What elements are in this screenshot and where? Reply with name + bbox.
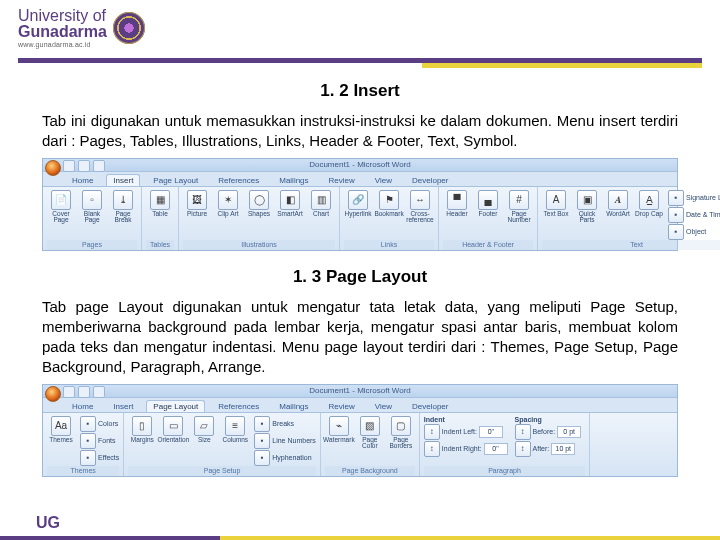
section-1-paragraph: Tab ini digunakan untuk memasukkan instr… [42,111,678,152]
orientation-icon: ▭ [163,416,183,436]
tab-mailings[interactable]: Mailings [272,400,315,412]
tab-developer[interactable]: Developer [405,400,455,412]
ribbon-small-button-hyphenation[interactable]: ▪Hyphenation [254,450,316,466]
tab-page-layout[interactable]: Page Layout [146,174,205,186]
ribbon-small-button-breaks[interactable]: ▪Breaks [254,416,316,432]
tab-review[interactable]: Review [322,400,362,412]
ribbon-button-table[interactable]: ▦Table [146,190,174,218]
ribbon-button-page-break[interactable]: ⤓Page Break [109,190,137,224]
ribbon-button-header[interactable]: ▀Header [443,190,471,218]
small-icon: ▪ [668,224,684,240]
spinner-value[interactable]: 0" [479,426,503,438]
paragraph-field[interactable]: ↕After:10 pt [515,441,582,457]
ribbon-button-page-borders[interactable]: ▢Page Borders [387,416,415,450]
spinner-value[interactable]: 10 pt [551,443,575,455]
tab-references[interactable]: References [211,174,266,186]
ribbon-group-label: Page Setup [128,466,316,476]
ribbon-button-columns[interactable]: ≡Columns [221,416,249,444]
office-button-icon[interactable] [45,386,61,402]
ribbon-groups-row: 📄Cover Page▫Blank Page⤓Page BreakPages▦T… [43,187,677,250]
ribbon-button-page-number[interactable]: #Page Number [505,190,533,224]
tab-home[interactable]: Home [65,174,100,186]
ribbon-button-label: Text Box [544,211,569,218]
ribbon-group-label: Paragraph [424,466,585,476]
paragraph-field[interactable]: ↕Before:0 pt [515,424,582,440]
ribbon-button-drop-cap[interactable]: A̲Drop Cap [635,190,663,218]
ribbon-small-button-object[interactable]: ▪Object [668,224,720,240]
ribbon-button-label: Blank Page [78,211,106,224]
ribbon-button-margins[interactable]: ▯Margins [128,416,156,444]
text-box-icon: A [546,190,566,210]
tab-page-layout[interactable]: Page Layout [146,400,205,412]
tab-view[interactable]: View [368,400,399,412]
shapes-icon: ◯ [249,190,269,210]
ribbon-button-picture[interactable]: 🖼Picture [183,190,211,218]
spinner-value[interactable]: 0 pt [557,426,581,438]
tab-insert[interactable]: Insert [106,400,140,412]
ribbon-button-label: Page Number [505,211,533,224]
bookmark-icon: ⚑ [379,190,399,210]
ribbon-small-button-signature-line[interactable]: ▪Signature Line [668,190,720,206]
word-title-bar: Document1 - Microsoft Word [43,159,677,172]
logo-line1: University of [18,7,106,24]
quick-access-toolbar[interactable] [63,160,105,172]
ribbon-button-label: Cover Page [47,211,75,224]
ribbon-button-wordart[interactable]: 𝑨WordArt [604,190,632,218]
page-color-icon: ▧ [360,416,380,436]
ribbon-group-label: Themes [47,466,119,476]
tab-home[interactable]: Home [65,400,100,412]
logo-line2: Gunadarma [18,23,107,40]
ribbon-button-bookmark[interactable]: ⚑Bookmark [375,190,403,218]
wordart-icon: 𝑨 [608,190,628,210]
ribbon-button-watermark[interactable]: ⌁Watermark [325,416,353,444]
paragraph-field[interactable]: ↕Indent Right:0" [424,441,508,457]
ribbon-button-size[interactable]: ▱Size [190,416,218,444]
ribbon-button-text-box[interactable]: AText Box [542,190,570,218]
ribbon-small-button-date-time[interactable]: ▪Date & Time [668,207,720,223]
watermark-icon: ⌁ [329,416,349,436]
ribbon-small-button-line-numbers[interactable]: ▪Line Numbers [254,433,316,449]
paragraph-field[interactable]: ↕Indent Left:0" [424,424,508,440]
spinner-value[interactable]: 0" [484,443,508,455]
ribbon-button-footer[interactable]: ▄Footer [474,190,502,218]
logo-url: www.gunadarma.ac.id [18,41,107,48]
tab-view[interactable]: View [368,174,399,186]
ribbon-button-page-color[interactable]: ▧Page Color [356,416,384,450]
ribbon-button-hyperlink[interactable]: 🔗Hyperlink [344,190,372,218]
ribbon-button-label: Margins [131,437,154,444]
ribbon-button-label: WordArt [606,211,630,218]
margins-icon: ▯ [132,416,152,436]
ribbon-button-cover-page[interactable]: 📄Cover Page [47,190,75,224]
page-number-icon: # [509,190,529,210]
tab-review[interactable]: Review [322,174,362,186]
ribbon-button-chart[interactable]: ▥Chart [307,190,335,218]
ribbon-small-button-fonts[interactable]: ▪Fonts [80,433,119,449]
spinner-icon: ↕ [424,424,440,440]
ribbon-button-label: Bookmark [374,211,403,218]
ribbon-button-orientation[interactable]: ▭Orientation [159,416,187,444]
spinner-icon: ↕ [515,441,531,457]
ribbon-button-label: Page Break [109,211,137,224]
quick-access-toolbar[interactable] [63,386,105,398]
ribbon-button-label: Chart [313,211,329,218]
small-icon: ▪ [80,450,96,466]
tab-developer[interactable]: Developer [405,174,455,186]
ribbon-button-quick-parts[interactable]: ▣Quick Parts [573,190,601,224]
tab-mailings[interactable]: Mailings [272,174,315,186]
ribbon-small-button-colors[interactable]: ▪Colors [80,416,119,432]
tab-references[interactable]: References [211,400,266,412]
ribbon-button-smartart[interactable]: ◧SmartArt [276,190,304,218]
ribbon-small-button-effects[interactable]: ▪Effects [80,450,119,466]
tab-insert[interactable]: Insert [106,174,140,186]
ribbon-button-clip-art[interactable]: ✶Clip Art [214,190,242,218]
ribbon-button-blank-page[interactable]: ▫Blank Page [78,190,106,224]
ribbon-button-themes[interactable]: AaThemes [47,416,75,444]
word-window-title: Document1 - Microsoft Word [309,386,411,395]
ribbon-button-shapes[interactable]: ◯Shapes [245,190,273,218]
ribbon-button-label: Size [198,437,211,444]
ribbon-button-cross-reference[interactable]: ↔Cross-reference [406,190,434,224]
office-button-icon[interactable] [45,160,61,176]
page-borders-icon: ▢ [391,416,411,436]
spinner-icon: ↕ [515,424,531,440]
logo-text: University of Gunadarma www.gunadarma.ac… [18,8,107,48]
